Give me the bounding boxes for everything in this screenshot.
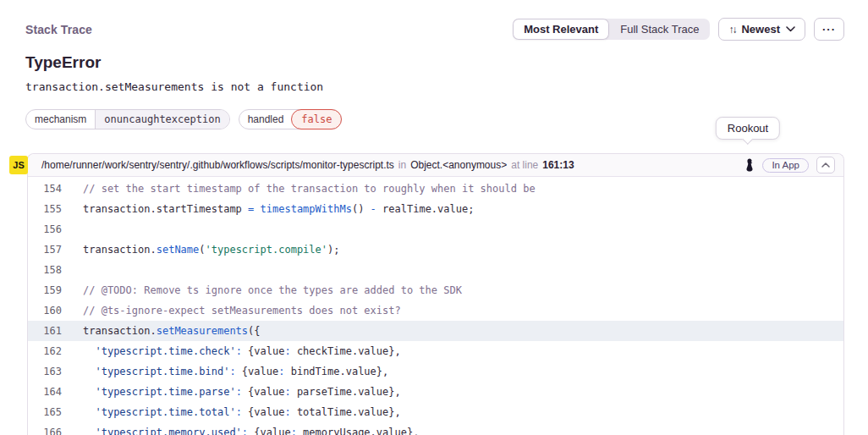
stack-frame: JS /home/runner/work/sentry/sentry/.gith… bbox=[27, 153, 844, 435]
code-line-164: 164 'typescript.time.parse': {value: par… bbox=[28, 382, 843, 402]
code-text bbox=[62, 219, 83, 240]
code-text: 'typescript.time.total': {value: totalTi… bbox=[62, 402, 401, 422]
tag-value: onuncaughtexception bbox=[95, 110, 228, 129]
rookout-icon[interactable] bbox=[744, 158, 755, 172]
chevron-up-icon bbox=[821, 162, 830, 168]
code-line-165: 165 'typescript.time.total': {value: tot… bbox=[28, 402, 843, 422]
tag-value-error: false bbox=[291, 109, 342, 129]
code-text: transaction.setMeasurements({ bbox=[62, 321, 261, 341]
line-number: 166 bbox=[28, 422, 62, 435]
line-number: 165 bbox=[28, 402, 62, 422]
toggle-full-stack-trace[interactable]: Full Stack Trace bbox=[609, 19, 710, 40]
line-number: 164 bbox=[28, 382, 62, 402]
line-number: 156 bbox=[28, 219, 62, 240]
line-number: 158 bbox=[28, 260, 62, 280]
line-number: 160 bbox=[28, 300, 62, 321]
frame-header[interactable]: /home/runner/work/sentry/sentry/.github/… bbox=[28, 154, 843, 177]
code-text: 'typescript.time.bind': {value: bindTime… bbox=[62, 361, 388, 382]
code-line-159: 159// @TODO: Remove ts ignore once the t… bbox=[28, 280, 843, 300]
more-options-button[interactable]: ··· bbox=[814, 18, 844, 41]
frame-file-path: /home/runner/work/sentry/sentry/.github/… bbox=[41, 159, 394, 171]
code-context: 154// set the start timestamp of the tra… bbox=[28, 177, 843, 435]
tag-key: mechanism bbox=[26, 110, 95, 129]
tag-mechanism[interactable]: mechanism onuncaughtexception bbox=[25, 109, 230, 129]
code-line-154: 154// set the start timestamp of the tra… bbox=[28, 179, 843, 199]
chevron-down-icon bbox=[786, 26, 795, 32]
section-title: Stack Trace bbox=[25, 23, 92, 36]
frame-header-actions: In App bbox=[744, 157, 835, 173]
sort-newest-button[interactable]: ↑↓ Newest bbox=[718, 18, 805, 41]
in-app-badge: In App bbox=[762, 158, 809, 173]
rookout-tooltip: Rookout bbox=[716, 117, 780, 140]
header-controls: Most Relevant Full Stack Trace ↑↓ Newest… bbox=[513, 18, 844, 41]
code-text: // set the start timestamp of the transa… bbox=[62, 179, 536, 199]
code-line-163: 163 'typescript.time.bind': {value: bind… bbox=[28, 361, 843, 382]
code-line-158: 158 bbox=[28, 260, 843, 280]
code-text: 'typescript.memory.used': {value: memory… bbox=[62, 422, 419, 435]
code-text: transaction.setName('typescript.compile'… bbox=[62, 240, 339, 260]
error-message: transaction.setMeasurements is not a fun… bbox=[25, 80, 868, 93]
code-line-156: 156 bbox=[28, 219, 843, 240]
ellipsis-icon: ··· bbox=[822, 23, 836, 36]
frame-at-word: at line bbox=[511, 159, 538, 171]
toggle-most-relevant[interactable]: Most Relevant bbox=[513, 19, 609, 40]
line-number: 159 bbox=[28, 280, 62, 300]
frame-function: Object.<anonymous> bbox=[410, 159, 507, 171]
code-text: 'typescript.time.parse': {value: parseTi… bbox=[62, 382, 401, 402]
tag-handled[interactable]: handled false bbox=[239, 109, 343, 129]
code-line-166: 166 'typescript.memory.used': {value: me… bbox=[28, 422, 843, 435]
code-text: // @ts-ignore-expect setMeasurements doe… bbox=[62, 300, 401, 321]
frame-location: /home/runner/work/sentry/sentry/.github/… bbox=[41, 159, 574, 171]
code-line-162: 162 'typescript.time.check': {value: che… bbox=[28, 341, 843, 361]
line-number: 163 bbox=[28, 361, 62, 382]
code-text bbox=[62, 260, 83, 280]
line-number: 161 bbox=[28, 321, 62, 341]
collapse-frame-button[interactable] bbox=[816, 157, 835, 173]
sort-icon: ↑↓ bbox=[728, 24, 735, 36]
stack-trace-header: Stack Trace Most Relevant Full Stack Tra… bbox=[0, 0, 868, 41]
frame-line-number: 161:13 bbox=[542, 159, 574, 171]
line-number: 157 bbox=[28, 240, 62, 260]
code-text: // @TODO: Remove ts ignore once the type… bbox=[62, 280, 462, 300]
code-line-155: 155transaction.startTimestamp = timestam… bbox=[28, 199, 843, 219]
line-number: 162 bbox=[28, 341, 62, 361]
code-line-157: 157transaction.setName('typescript.compi… bbox=[28, 240, 843, 260]
tag-key: handled bbox=[239, 110, 293, 129]
code-text: transaction.startTimestamp = timestampWi… bbox=[62, 199, 474, 219]
code-line-160: 160// @ts-ignore-expect setMeasurements … bbox=[28, 300, 843, 321]
code-line-161: 161transaction.setMeasurements({ bbox=[28, 321, 843, 341]
line-number: 155 bbox=[28, 199, 62, 219]
stack-view-toggle: Most Relevant Full Stack Trace bbox=[513, 19, 710, 40]
line-number: 154 bbox=[28, 179, 62, 199]
code-text: 'typescript.time.check': {value: checkTi… bbox=[62, 341, 401, 361]
javascript-badge: JS bbox=[9, 156, 28, 174]
frame-in-word: in bbox=[398, 159, 406, 171]
error-type-title: TypeError bbox=[25, 53, 868, 72]
sort-label: Newest bbox=[741, 23, 780, 36]
